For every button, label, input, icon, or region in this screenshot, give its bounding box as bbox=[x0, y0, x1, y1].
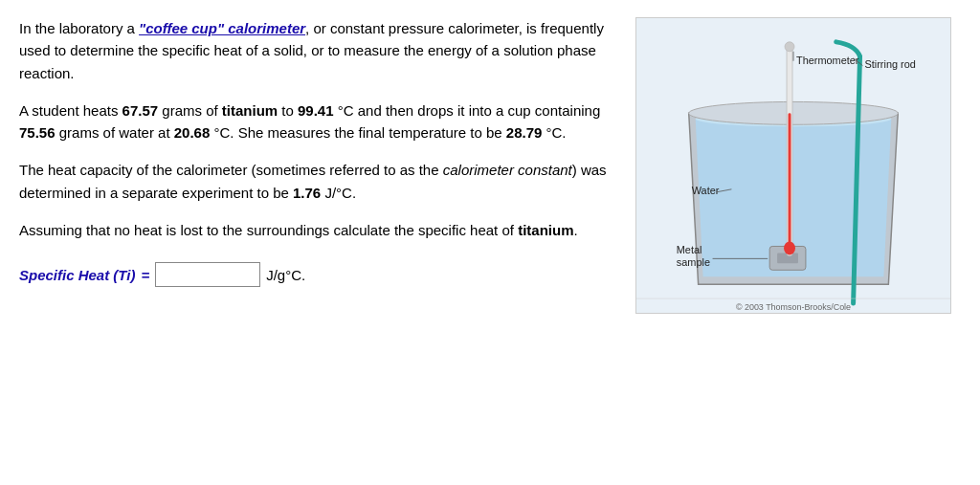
p2-middle3: °C. She measures the final temperature t… bbox=[210, 124, 506, 141]
svg-point-8 bbox=[785, 42, 794, 52]
svg-text:Stirring rod: Stirring rod bbox=[865, 58, 916, 70]
svg-text:Water: Water bbox=[692, 185, 720, 196]
paragraph-3: The heat capacity of the calorimeter (so… bbox=[19, 159, 607, 204]
svg-text:Thermometer: Thermometer bbox=[796, 55, 859, 66]
p2-titanium: titanium bbox=[222, 102, 278, 119]
svg-point-2 bbox=[689, 101, 899, 124]
p4-text2: . bbox=[573, 222, 577, 238]
page: In the laboratory a "coffee cup" calorim… bbox=[0, 0, 980, 485]
water-mass: 75.56 bbox=[19, 124, 56, 141]
paragraph-4: Assuming that no heat is lost to the sur… bbox=[19, 219, 607, 241]
cal-constant-value: 1.76 bbox=[293, 185, 321, 201]
svg-text:Metal: Metal bbox=[677, 244, 702, 255]
p4-titanium: titanium bbox=[518, 222, 573, 238]
coffee-cup-link: "coffee cup" calorimeter bbox=[139, 20, 305, 36]
final-temp: 28.79 bbox=[506, 124, 543, 141]
answer-row: Specific Heat (Ti) = J/g°C. bbox=[19, 262, 607, 287]
water-temp: 20.68 bbox=[174, 124, 211, 141]
unit-label: J/g°C. bbox=[266, 267, 305, 283]
left-content: In the laboratory a "coffee cup" calorim… bbox=[19, 17, 616, 468]
equals-sign: = bbox=[141, 267, 149, 283]
specific-heat-label: Specific Heat (Ti) bbox=[19, 267, 135, 283]
p3-text3: J/°C. bbox=[321, 185, 356, 201]
ti-temp: 99.41 bbox=[298, 102, 334, 119]
p2-end: °C. bbox=[542, 124, 566, 141]
calorimeter-diagram: Thermometer Stirring rod Water Metal sam… bbox=[635, 17, 951, 314]
p1-prefix: In the laboratory a bbox=[19, 20, 139, 36]
p3-text1: The heat capacity of the calorimeter (so… bbox=[19, 162, 443, 178]
svg-rect-6 bbox=[789, 113, 791, 246]
p2-ti-unit: grams of bbox=[158, 102, 222, 119]
calorimeter-constant-label: calorimeter constant bbox=[443, 162, 572, 178]
p2-middle2: grams of water at bbox=[56, 124, 174, 141]
svg-point-7 bbox=[784, 241, 795, 254]
svg-text:© 2003 Thomson-Brooks/Cole: © 2003 Thomson-Brooks/Cole bbox=[736, 302, 851, 312]
p2-to-temp: to bbox=[278, 102, 298, 119]
p2-middle1: °C and then drops it into a cup containi… bbox=[334, 102, 601, 119]
specific-heat-input[interactable] bbox=[155, 262, 260, 287]
svg-text:sample: sample bbox=[677, 256, 710, 268]
p2-prefix: A student heats bbox=[19, 102, 122, 119]
ti-mass: 67.57 bbox=[122, 102, 159, 119]
p4-text1: Assuming that no heat is lost to the sur… bbox=[19, 222, 518, 238]
paragraph-1: In the laboratory a "coffee cup" calorim… bbox=[19, 17, 607, 84]
paragraph-2: A student heats 67.57 grams of titanium … bbox=[19, 99, 607, 144]
right-content: Thermometer Stirring rod Water Metal sam… bbox=[635, 17, 961, 468]
